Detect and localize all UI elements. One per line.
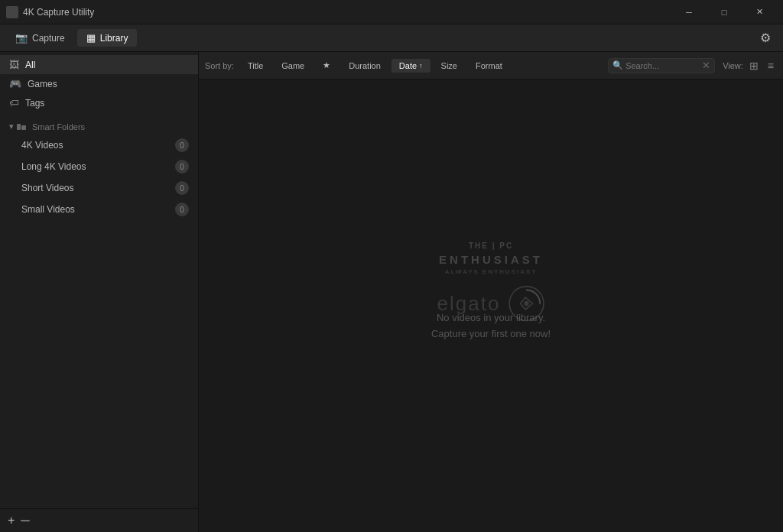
- sidebar-section-smart-folders: ▾ Smart Folders 4K Videos 0 Long 4K Vide…: [0, 115, 198, 223]
- sort-size-button[interactable]: Size: [434, 59, 465, 73]
- logo-enthusiast-line: ENTHUSIAST: [439, 251, 543, 268]
- grid-view-button[interactable]: ⊞: [746, 58, 762, 73]
- sidebar-item-short-videos[interactable]: Short Videos 0: [0, 177, 198, 199]
- small-videos-label: Small Videos: [21, 204, 75, 215]
- sidebar-item-small-videos[interactable]: Small Videos 0: [0, 199, 198, 220]
- content-area: Sort by: Title Game ★ Duration Date ↑ Si…: [199, 52, 783, 532]
- smart-folders-label: [17, 122, 29, 131]
- sidebar-bottom: + ─: [0, 508, 198, 532]
- view-label: View:: [723, 61, 743, 70]
- logo-the-line: THE | PC: [439, 241, 543, 251]
- title-bar: 4K Capture Utility ─ □ ✕: [0, 0, 783, 24]
- minimize-button[interactable]: ─: [671, 0, 707, 24]
- close-button[interactable]: ✕: [742, 0, 777, 24]
- sidebar-item-all-label: All: [25, 60, 35, 70]
- empty-message-line1: No videos in your library.: [431, 310, 551, 326]
- search-area: 🔍 ✕ View: ⊞ ≡: [608, 58, 777, 73]
- pc-enthusiast-logo: THE | PC ENTHUSIAST ALWAYS ENTHUSIAST: [439, 241, 543, 276]
- 4k-videos-label: 4K Videos: [21, 140, 63, 151]
- search-clear-icon[interactable]: ✕: [702, 60, 710, 71]
- sidebar-item-long-4k-videos[interactable]: Long 4K Videos 0: [0, 156, 198, 177]
- empty-state: THE | PC ENTHUSIAST ALWAYS ENTHUSIAST el…: [199, 79, 783, 532]
- short-videos-badge: 0: [175, 181, 189, 195]
- tags-icon: 🏷: [9, 97, 19, 109]
- sort-arrow-icon: ↑: [419, 62, 423, 70]
- sort-duration-button[interactable]: Duration: [341, 59, 388, 73]
- all-icon: 🖼: [9, 59, 19, 70]
- sort-bar: Sort by: Title Game ★ Duration Date ↑ Si…: [199, 52, 783, 79]
- sort-title-button[interactable]: Title: [240, 59, 271, 73]
- smart-folders-text: Smart Folders: [32, 122, 85, 131]
- sidebar: 🖼 All 🎮 Games 🏷 Tags ▾ Smart Folders: [0, 52, 199, 532]
- menu-bar: 📷 Capture ▦ Library ⚙: [0, 24, 783, 52]
- svg-rect-1: [21, 125, 26, 130]
- long-4k-videos-badge: 0: [175, 160, 189, 174]
- small-videos-badge: 0: [175, 203, 189, 216]
- main-layout: 🖼 All 🎮 Games 🏷 Tags ▾ Smart Folders: [0, 52, 783, 532]
- capture-icon: 📷: [15, 32, 28, 44]
- logo-sub-line: ALWAYS ENTHUSIAST: [439, 268, 543, 276]
- sort-favorite-button[interactable]: ★: [315, 58, 338, 73]
- smart-folders-header: ▾ Smart Folders: [0, 118, 198, 135]
- svg-rect-0: [17, 124, 21, 130]
- library-icon: ▦: [86, 32, 96, 44]
- sort-by-label: Sort by:: [205, 61, 234, 70]
- search-icon: 🔍: [612, 60, 623, 70]
- tab-capture-label: Capture: [32, 33, 65, 44]
- window-controls: ─ □ ✕: [671, 0, 777, 24]
- add-button[interactable]: +: [8, 514, 15, 527]
- list-view-button[interactable]: ≡: [765, 58, 777, 73]
- sidebar-item-tags-label: Tags: [25, 98, 44, 109]
- maximize-button[interactable]: □: [707, 0, 742, 24]
- window-title: 4K Capture Utility: [23, 7, 94, 18]
- sort-game-button[interactable]: Game: [274, 59, 312, 73]
- sidebar-item-games-label: Games: [28, 79, 57, 89]
- 4k-videos-badge: 0: [175, 138, 189, 152]
- sidebar-item-tags[interactable]: 🏷 Tags: [0, 93, 198, 112]
- empty-message-line2: Capture your first one now!: [431, 326, 551, 342]
- sidebar-item-all[interactable]: 🖼 All: [0, 55, 198, 74]
- sort-date-button[interactable]: Date ↑: [392, 59, 430, 73]
- sidebar-section-main: 🖼 All 🎮 Games 🏷 Tags: [0, 52, 198, 115]
- short-videos-label: Short Videos: [21, 183, 74, 193]
- sort-format-button[interactable]: Format: [468, 59, 510, 73]
- collapse-icon: ▾: [9, 122, 14, 131]
- empty-message: No videos in your library. Capture your …: [431, 310, 551, 342]
- sidebar-item-4k-videos[interactable]: 4K Videos 0: [0, 135, 198, 156]
- tab-library[interactable]: ▦ Library: [77, 29, 138, 47]
- tab-capture[interactable]: 📷 Capture: [6, 29, 74, 47]
- settings-button[interactable]: ⚙: [754, 28, 777, 48]
- long-4k-videos-label: Long 4K Videos: [21, 161, 86, 172]
- search-input[interactable]: [608, 58, 715, 73]
- games-icon: 🎮: [9, 78, 21, 89]
- sidebar-item-games[interactable]: 🎮 Games: [0, 74, 198, 93]
- remove-button[interactable]: ─: [21, 514, 29, 527]
- title-bar-left: 4K Capture Utility: [6, 6, 94, 18]
- tab-library-label: Library: [100, 33, 128, 44]
- svg-point-3: [524, 301, 528, 306]
- app-icon: [6, 6, 18, 18]
- search-wrapper: 🔍 ✕: [608, 58, 715, 73]
